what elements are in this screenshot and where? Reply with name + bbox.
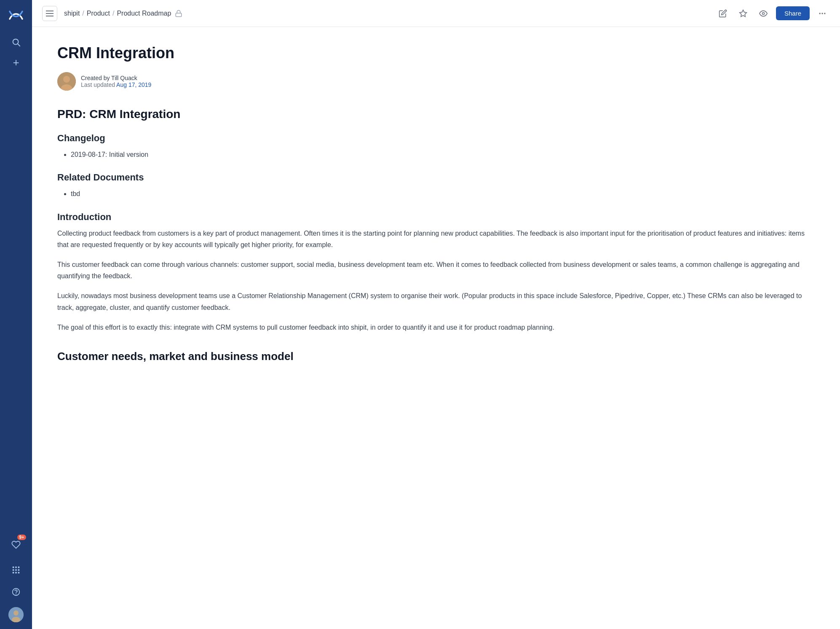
- intro-paragraph-1: Collecting product feedback from custome…: [57, 228, 815, 250]
- notification-badge: 9+: [17, 535, 26, 540]
- svg-point-26: [63, 76, 70, 83]
- intro-paragraph-2: This customer feedback can come through …: [57, 259, 815, 282]
- breadcrumb-sep-2: /: [112, 10, 114, 17]
- watch-button[interactable]: [756, 6, 771, 21]
- svg-point-21: [762, 12, 764, 14]
- related-docs-list: tbd: [71, 188, 815, 199]
- last-updated-date[interactable]: Aug 17, 2019: [116, 81, 151, 88]
- share-button[interactable]: Share: [776, 6, 810, 20]
- star-button[interactable]: [736, 6, 751, 21]
- svg-rect-7: [18, 569, 20, 571]
- sidebar: + 9+: [0, 0, 32, 629]
- breadcrumb: shipit / Product / Product Roadmap: [64, 8, 715, 19]
- menu-button[interactable]: [42, 6, 57, 21]
- svg-rect-8: [13, 572, 14, 574]
- doc-section-customer-needs-heading: Customer needs, market and business mode…: [57, 350, 815, 363]
- doc-section-related-heading: Related Documents: [57, 172, 815, 183]
- last-updated-label: Last updated: [81, 81, 116, 88]
- help-icon[interactable]: [8, 583, 24, 600]
- author-avatar: [57, 72, 76, 91]
- svg-rect-2: [13, 567, 14, 568]
- main-area: shipit / Product / Product Roadmap: [32, 0, 840, 629]
- list-item: tbd: [71, 188, 815, 199]
- breadcrumb-product-roadmap[interactable]: Product Roadmap: [117, 10, 171, 17]
- apps-icon[interactable]: [8, 562, 24, 578]
- doc-section-changelog-heading: Changelog: [57, 133, 815, 144]
- page-title: CRM Integration: [57, 44, 815, 62]
- intro-paragraph-3: Luckily, nowadays most business developm…: [57, 290, 815, 313]
- meta-text: Created by Till Quack Last updated Aug 1…: [81, 75, 151, 88]
- avatar-image: [57, 72, 76, 91]
- lock-icon[interactable]: [174, 8, 184, 19]
- svg-line-1: [18, 44, 20, 46]
- svg-point-14: [13, 610, 19, 616]
- svg-rect-10: [18, 572, 20, 574]
- sidebar-logo[interactable]: [8, 7, 24, 24]
- breadcrumb-product[interactable]: Product: [87, 10, 110, 17]
- svg-rect-19: [176, 13, 182, 16]
- topbar: shipit / Product / Product Roadmap: [32, 0, 840, 27]
- notifications-wrapper: 9+: [8, 536, 24, 556]
- svg-rect-3: [15, 567, 17, 568]
- changelog-list: 2019-08-17: Initial version: [71, 149, 815, 160]
- svg-rect-4: [18, 567, 20, 568]
- svg-rect-6: [15, 569, 17, 571]
- svg-rect-5: [13, 569, 14, 571]
- topbar-actions: Share: [715, 6, 830, 21]
- doc-section-prd-title: PRD: CRM Integration: [57, 108, 815, 121]
- svg-marker-20: [740, 10, 747, 16]
- breadcrumb-shipit[interactable]: shipit: [64, 10, 80, 17]
- intro-paragraph-4: The goal of this effort is to exactly th…: [57, 322, 815, 333]
- last-updated-row: Last updated Aug 17, 2019: [81, 81, 151, 88]
- svg-point-24: [824, 13, 825, 14]
- author-name: Created by Till Quack: [81, 75, 151, 81]
- search-icon[interactable]: [8, 34, 24, 51]
- avatar[interactable]: [8, 607, 24, 622]
- page-meta: Created by Till Quack Last updated Aug 1…: [57, 72, 815, 91]
- list-item: 2019-08-17: Initial version: [71, 149, 815, 160]
- edit-button[interactable]: [715, 6, 730, 21]
- doc-section-introduction-heading: Introduction: [57, 212, 815, 223]
- breadcrumb-sep-1: /: [82, 10, 84, 17]
- svg-rect-9: [15, 572, 17, 574]
- more-button[interactable]: [815, 6, 830, 21]
- add-icon[interactable]: +: [8, 54, 24, 71]
- svg-point-22: [819, 13, 821, 14]
- content-area: CRM Integration Created by Till Quack La…: [32, 27, 840, 629]
- svg-point-23: [821, 13, 823, 14]
